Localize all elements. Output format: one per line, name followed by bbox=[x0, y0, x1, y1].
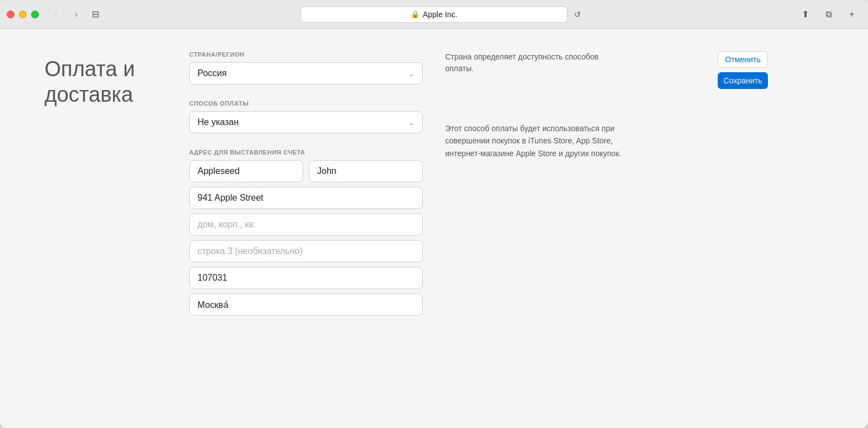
main-layout: Оплата и доставка СТРАНА/РЕГИОН Россия ⌄… bbox=[45, 51, 768, 331]
name-row bbox=[189, 160, 423, 182]
sidebar-toggle-button[interactable]: ⊟ bbox=[87, 8, 103, 21]
right-panel: Страна определяет доступность способов о… bbox=[423, 51, 768, 331]
share-icon: ⬆ bbox=[802, 9, 809, 19]
page-content: Оплата и доставка СТРАНА/РЕГИОН Россия ⌄… bbox=[0, 29, 868, 428]
site-name: Apple Inc. bbox=[423, 10, 457, 19]
left-panel: Оплата и доставка bbox=[45, 51, 178, 331]
postal-field[interactable] bbox=[189, 267, 423, 289]
tabs-button[interactable]: ⧉ bbox=[819, 7, 838, 22]
address-bar-wrap: 🔒 Apple Inc. ↺ bbox=[300, 6, 568, 23]
traffic-lights bbox=[7, 11, 39, 18]
reload-icon: ↺ bbox=[574, 10, 581, 19]
share-button[interactable]: ⬆ bbox=[796, 7, 815, 22]
country-label: СТРАНА/РЕГИОН bbox=[189, 51, 423, 58]
nav-buttons: ‹ › bbox=[48, 8, 85, 21]
forward-button[interactable]: › bbox=[68, 8, 85, 21]
action-buttons: Отменить Сохранить bbox=[718, 51, 768, 89]
titlebar-right: ⬆ ⧉ + bbox=[796, 7, 861, 22]
tabs-icon: ⧉ bbox=[826, 9, 832, 19]
line3-field[interactable] bbox=[189, 240, 423, 262]
plus-icon: + bbox=[849, 9, 854, 19]
address-bar[interactable]: 🔒 Apple Inc. ↺ bbox=[300, 6, 568, 23]
minimize-button[interactable] bbox=[19, 11, 27, 18]
country-dropdown[interactable]: Россия ⌄ bbox=[189, 62, 423, 84]
sidebar-icon: ⊟ bbox=[92, 9, 99, 19]
back-button[interactable]: ‹ bbox=[48, 8, 65, 21]
payment-section: СПОСОБ ОПЛАТЫ Не указан ⌄ bbox=[189, 100, 423, 133]
maximize-button[interactable] bbox=[31, 11, 39, 18]
city-field[interactable] bbox=[189, 293, 423, 316]
chevron-down-icon: ⌄ bbox=[408, 69, 415, 78]
right-top: Страна определяет доступность способов о… bbox=[445, 51, 768, 89]
street-field[interactable] bbox=[189, 187, 423, 209]
payment-value: Не указан bbox=[198, 117, 239, 127]
chevron-left-icon: ‹ bbox=[55, 9, 57, 19]
new-tab-button[interactable]: + bbox=[842, 7, 861, 22]
lock-icon: 🔒 bbox=[411, 10, 420, 18]
apt-field[interactable] bbox=[189, 213, 423, 236]
close-button[interactable] bbox=[7, 11, 14, 18]
country-value: Россия bbox=[198, 68, 226, 78]
payment-label: СПОСОБ ОПЛАТЫ bbox=[189, 100, 423, 107]
country-section: СТРАНА/РЕГИОН Россия ⌄ bbox=[189, 51, 423, 84]
chevron-down-icon: ⌄ bbox=[408, 118, 415, 127]
billing-label: АДРЕС ДЛЯ ВЫСТАВЛЕНИЯ СЧЕТА bbox=[189, 149, 423, 156]
titlebar: ‹ › ⊟ 🔒 Apple Inc. ↺ ⬆ ⧉ bbox=[0, 0, 868, 29]
address-fields bbox=[189, 187, 423, 316]
browser-window: ‹ › ⊟ 🔒 Apple Inc. ↺ ⬆ ⧉ bbox=[0, 0, 868, 428]
save-button[interactable]: Сохранить bbox=[718, 72, 768, 89]
billing-section: АДРЕС ДЛЯ ВЫСТАВЛЕНИЯ СЧЕТА bbox=[189, 149, 423, 316]
center-panel: СТРАНА/РЕГИОН Россия ⌄ СПОСОБ ОПЛАТЫ Не … bbox=[178, 51, 423, 331]
payment-description: Этот способ оплаты будет использоваться … bbox=[445, 122, 634, 160]
reload-button[interactable]: ↺ bbox=[574, 10, 581, 19]
payment-dropdown[interactable]: Не указан ⌄ bbox=[189, 111, 423, 133]
chevron-right-icon: › bbox=[75, 9, 77, 19]
first-name-field[interactable] bbox=[309, 160, 423, 182]
last-name-field[interactable] bbox=[189, 160, 303, 182]
page-title: Оплата и доставка bbox=[45, 57, 178, 107]
country-description: Страна определяет доступность способов о… bbox=[445, 51, 623, 74]
cancel-button[interactable]: Отменить bbox=[718, 51, 768, 68]
